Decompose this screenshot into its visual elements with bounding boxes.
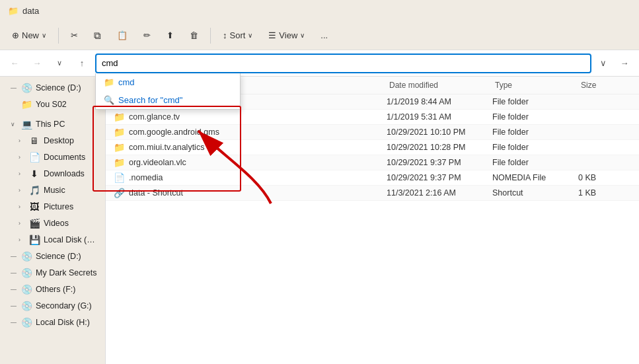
file-type: File folder: [492, 97, 578, 106]
delete-button[interactable]: 🗑: [183, 27, 205, 44]
table-row[interactable]: 📁 com.miui.tv.analytics 10/29/2021 10:28…: [106, 140, 639, 155]
folder-icon-you: 📁: [21, 99, 32, 110]
sidebar-item-this-pc[interactable]: ∨ 💻 This PC: [3, 116, 102, 132]
music-icon: 🎵: [29, 185, 40, 196]
separator-icon-g: —: [11, 303, 17, 309]
back-button[interactable]: ←: [5, 54, 24, 73]
view-button[interactable]: ☰ View ∨: [262, 27, 311, 44]
recent-button[interactable]: ∨: [50, 54, 69, 73]
sidebar-item-videos[interactable]: › 🎬 Videos: [3, 215, 102, 231]
desktop-icon: 🖥: [29, 135, 40, 146]
sidebar-label-this-pc: This PC: [36, 120, 65, 129]
sidebar-item-desktop[interactable]: › 🖥 Desktop: [3, 133, 102, 149]
forward-button[interactable]: →: [28, 54, 46, 73]
downloads-icon: ⬇: [29, 168, 40, 179]
sidebar-label-videos: Videos: [44, 219, 69, 228]
file-date: 1/1/2019 8:44 AM: [387, 97, 492, 106]
folder-dropdown-icon: 📁: [104, 77, 114, 87]
sidebar-spacer: [0, 113, 105, 116]
sidebar-label-others-f: Others (F:): [36, 285, 75, 294]
file-type: File folder: [492, 112, 578, 122]
sidebar-item-local-disk-c[interactable]: › 💾 Local Disk (C:): [3, 232, 102, 248]
sidebar-item-my-dark-secrets[interactable]: — 💿 My Dark Secrets: [3, 265, 102, 281]
address-dropdown-item-search[interactable]: 🔍 Search for "cmd": [96, 91, 240, 109]
file-name: org.videolan.vlc: [129, 158, 186, 167]
sidebar-label-documents: Documents: [44, 153, 85, 162]
sidebar-item-others-f[interactable]: — 💿 Others (F:): [3, 281, 102, 297]
file-type: NOMEDIA File: [492, 173, 578, 182]
expand-arrow-dl: ›: [19, 170, 25, 177]
sidebar-item-documents[interactable]: › 📄 Documents: [3, 149, 102, 165]
sidebar-item-science-d2[interactable]: — 💿 Science (D:): [3, 248, 102, 264]
new-button[interactable]: ⊕ New ∨: [5, 27, 53, 44]
header-size[interactable]: Size: [578, 79, 631, 91]
sort-button[interactable]: ↕ Sort ∨: [216, 27, 259, 44]
share-icon: ⬆: [167, 30, 174, 40]
file-size: 0 KB: [578, 173, 631, 182]
pictures-icon: 🖼: [29, 201, 40, 212]
header-date[interactable]: Date modified: [387, 79, 492, 91]
copy-button[interactable]: ⧉: [87, 26, 108, 45]
window-icon: 📁: [8, 6, 19, 16]
plus-icon: ⊕: [12, 30, 19, 40]
file-type: Shortcut: [492, 188, 578, 198]
up-button[interactable]: ↑: [73, 54, 91, 73]
expand-arrow-this-pc: ∨: [11, 121, 17, 127]
rename-button[interactable]: ✏: [137, 27, 157, 44]
table-row[interactable]: 📁 com.google.android.gms 10/29/2021 10:1…: [106, 125, 639, 140]
header-type[interactable]: Type: [492, 79, 578, 91]
toolbar: ⊕ New ∨ ✂ ⧉ 📋 ✏ ⬆ 🗑 ↕ Sort ∨ ☰ View ∨ ..…: [0, 21, 639, 50]
address-chevron-button[interactable]: ∨: [595, 54, 611, 73]
nav-bar: ← → ∨ ↑ 📁 cmd 🔍 Search for "cmd" ∨ →: [0, 50, 639, 77]
back-arrow-icon: ←: [11, 58, 19, 68]
file-name-cell: 📁 com.miui.tv.analytics: [114, 142, 387, 153]
folder-icon: 📁: [114, 112, 125, 122]
expand-arrow-desktop: ›: [19, 137, 25, 144]
address-chevron-icon: ∨: [600, 58, 607, 68]
sidebar-label-pictures: Pictures: [44, 202, 73, 211]
file-name-cell: 📄 .nomedia: [114, 172, 387, 183]
sidebar-item-downloads[interactable]: › ⬇ Downloads: [3, 166, 102, 182]
address-dropdown-item-cmd[interactable]: 📁 cmd: [96, 73, 240, 91]
sidebar-item-science-d[interactable]: — 💿 Science (D:): [3, 80, 102, 96]
address-dropdown: 📁 cmd 🔍 Search for "cmd": [95, 73, 241, 110]
forward-end-button[interactable]: →: [615, 54, 634, 73]
file-type: File folder: [492, 158, 578, 167]
file-date: 10/29/2021 10:28 PM: [387, 143, 492, 152]
table-row[interactable]: 📁 org.videolan.vlc 10/29/2021 9:37 PM Fi…: [106, 155, 639, 170]
expand-arrow-docs: ›: [19, 154, 25, 161]
documents-icon: 📄: [29, 152, 40, 163]
sidebar-item-music[interactable]: › 🎵 Music: [3, 182, 102, 198]
separator-icon-mds: —: [11, 270, 17, 276]
paste-icon: 📋: [117, 30, 128, 40]
folder-icon: 📁: [114, 157, 125, 168]
sidebar-item-secondary-g[interactable]: — 💿 Secondary (G:): [3, 298, 102, 314]
address-input[interactable]: [95, 54, 591, 73]
up-arrow-icon: ↑: [80, 58, 85, 68]
file-name-cell: 📁 org.videolan.vlc: [114, 157, 387, 168]
science-d2-icon: 💿: [21, 251, 32, 262]
new-chevron-icon: ∨: [42, 32, 46, 39]
cut-button[interactable]: ✂: [64, 27, 85, 44]
sidebar-item-pictures[interactable]: › 🖼 Pictures: [3, 199, 102, 215]
view-chevron-icon: ∨: [300, 32, 305, 39]
more-button[interactable]: ...: [314, 27, 334, 44]
copy-icon: ⧉: [94, 30, 101, 42]
file-date: 10/29/2021 10:10 PM: [387, 127, 492, 137]
sidebar-label-local-disk-c: Local Disk (C:): [44, 235, 97, 244]
my-dark-secrets-icon: 💿: [21, 268, 32, 278]
local-disk-h-icon: 💿: [21, 317, 32, 328]
table-row[interactable]: 🔗 data - Shortcut 11/3/2021 2:16 AM Shor…: [106, 186, 639, 201]
view-label: View: [279, 30, 297, 40]
view-icon: ☰: [268, 30, 276, 40]
table-row[interactable]: 📁 com.glance.tv 1/1/2019 5:31 AM File fo…: [106, 110, 639, 125]
share-button[interactable]: ⬆: [160, 27, 180, 44]
sort-icon: ↕: [223, 30, 227, 40]
table-row[interactable]: 📄 .nomedia 10/29/2021 9:37 PM NOMEDIA Fi…: [106, 170, 639, 186]
sidebar-item-local-disk-h[interactable]: — 💿 Local Disk (H:): [3, 314, 102, 330]
expand-arrow-pics: ›: [19, 203, 25, 210]
forward-arrow-icon: →: [33, 58, 42, 68]
sidebar-label-you-s02: You S02: [36, 100, 67, 109]
sidebar-item-you-s02[interactable]: 📁 You S02: [3, 96, 102, 112]
paste-button[interactable]: 📋: [110, 27, 134, 44]
